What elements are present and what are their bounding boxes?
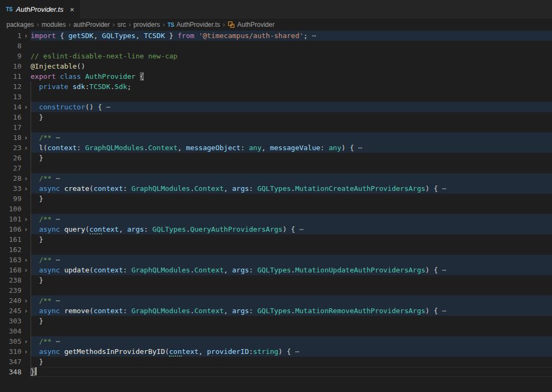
breadcrumb-item-src[interactable]: src (117, 21, 126, 28)
breadcrumb-item-modules[interactable]: modules (41, 21, 65, 28)
breadcrumb-item-authprovider[interactable]: AuthProvider (227, 21, 274, 28)
code-token: } (31, 358, 43, 366)
fold-chevron-icon[interactable]: › (21, 224, 31, 234)
code-token (31, 83, 39, 91)
code-line: 310› async getMethodsInProviderByID(cont… (0, 346, 552, 357)
fold-spacer (21, 71, 31, 82)
fold-chevron-icon[interactable]: › (21, 295, 31, 306)
code-line: 303 } (0, 316, 552, 326)
code-line-content[interactable]: } (31, 367, 552, 377)
code-line-content[interactable]: /** ⋯ (31, 132, 552, 143)
code-line-content[interactable]: l(context: GraphQLModules.Context, messa… (31, 143, 552, 153)
breadcrumb-item-providers[interactable]: providers (134, 21, 160, 28)
code-line-content[interactable]: export class AuthProvider { (31, 71, 552, 82)
line-number: 11 (0, 71, 21, 82)
code-token: ⋯ (438, 307, 446, 315)
fold-chevron-icon[interactable]: › (21, 31, 31, 41)
code-line: 27 (0, 163, 552, 173)
code-line-content[interactable] (31, 326, 552, 336)
tab-authprovider[interactable]: TS AuthProvider.ts × (0, 0, 80, 19)
breadcrumb-item-authprovider.ts[interactable]: TSAuthProvider.ts (167, 21, 220, 28)
code-token: : (123, 307, 131, 315)
fold-spacer (21, 61, 31, 71)
breadcrumb-separator-icon: › (36, 21, 39, 28)
code-token: } (31, 317, 43, 325)
code-line-content[interactable]: async getMethodsInProviderByID(context, … (31, 346, 552, 357)
fold-chevron-icon[interactable]: › (21, 346, 31, 357)
code-line: 100 (0, 204, 552, 214)
code-line-content[interactable]: /** ⋯ (31, 214, 552, 224)
indent-guide (31, 204, 31, 214)
code-line: 239 (0, 285, 552, 295)
code-line-content[interactable] (31, 285, 552, 295)
code-line-content[interactable]: /** ⋯ (31, 295, 552, 306)
code-line-content[interactable] (31, 163, 552, 173)
code-line: 28› /** ⋯ (0, 173, 552, 183)
code-line-content[interactable]: async update(context: GraphQLModules.Con… (31, 265, 552, 275)
code-line-content[interactable]: constructor() { ⋯ (31, 102, 552, 112)
code-token: . (111, 83, 115, 91)
code-token: async (39, 307, 60, 315)
code-line-content[interactable] (31, 41, 552, 51)
code-line-content[interactable]: } (31, 234, 552, 245)
fold-chevron-icon[interactable]: › (21, 214, 31, 224)
fold-chevron-icon[interactable]: › (21, 102, 31, 112)
fold-spacer (21, 357, 31, 367)
line-number: 101 (0, 214, 21, 224)
fold-spacer (21, 316, 31, 326)
fold-chevron-icon[interactable]: › (21, 183, 31, 194)
code-line-content[interactable]: async query(context, args: GQLTypes.Quer… (31, 224, 552, 234)
code-line-content[interactable]: } (31, 357, 552, 367)
code-line-content[interactable]: private sdk:TCSDK.Sdk; (31, 82, 552, 92)
code-line-content[interactable]: /** ⋯ (31, 173, 552, 183)
fold-chevron-icon[interactable]: › (21, 132, 31, 143)
code-token: ( (85, 225, 90, 233)
code-token: ⋯ (438, 266, 446, 274)
code-line-content[interactable]: @Injectable() (31, 61, 552, 71)
fold-chevron-icon[interactable]: › (21, 306, 31, 316)
fold-spacer (21, 194, 31, 204)
code-line-content[interactable]: // eslint-disable-next-line new-cap (31, 51, 552, 61)
fold-spacer (21, 285, 31, 295)
code-token: } (31, 113, 43, 121)
code-line-content[interactable]: import { getSDK, GQLTypes, TCSDK } from … (31, 31, 552, 41)
code-editor: 1›import { getSDK, GQLTypes, TCSDK } fro… (0, 31, 552, 377)
code-line-content[interactable]: } (31, 316, 552, 326)
fold-chevron-icon[interactable]: › (21, 143, 31, 153)
code-line: 12 private sdk:TCSDK.Sdk; (0, 82, 552, 92)
breadcrumb-item-packages[interactable]: packages (6, 21, 34, 28)
breadcrumb-item-authprovider[interactable]: authProvider (73, 21, 110, 28)
code-token: . (291, 307, 295, 315)
code-line-content[interactable] (31, 92, 552, 102)
indent-guide (31, 326, 31, 336)
code-line-content[interactable]: } (31, 194, 552, 204)
indent-guide (31, 102, 31, 112)
gutter: 10 (0, 61, 31, 71)
gutter: 17 (0, 122, 31, 132)
indent-guide (31, 224, 31, 234)
code-line-content[interactable] (31, 245, 552, 255)
code-token: /** (31, 256, 51, 264)
code-line-content[interactable]: async create(context: GraphQLModules.Con… (31, 183, 552, 194)
code-token (60, 266, 64, 274)
fold-chevron-icon[interactable]: › (21, 255, 31, 265)
code-token: , (93, 32, 102, 40)
code-line-content[interactable]: } (31, 112, 552, 122)
code-token: GraphQLModules (131, 307, 190, 315)
code-line-content[interactable]: } (31, 275, 552, 285)
fold-chevron-icon[interactable]: › (21, 265, 31, 275)
code-line-content[interactable] (31, 204, 552, 214)
code-token: args (232, 184, 249, 193)
code-line-content[interactable]: /** ⋯ (31, 255, 552, 265)
tab-close-icon[interactable]: × (70, 6, 74, 13)
breadcrumb-label: AuthProvider (237, 21, 274, 28)
code-line-content[interactable] (31, 122, 552, 132)
code-line-content[interactable]: async remove(context: GraphQLModules.Con… (31, 306, 552, 316)
fold-chevron-icon[interactable]: › (21, 336, 31, 346)
code-token: // eslint-disable-next-line new-cap (31, 52, 178, 60)
code-token: , (224, 307, 232, 315)
code-line-content[interactable]: } (31, 153, 552, 163)
line-number: 303 (0, 316, 21, 326)
fold-chevron-icon[interactable]: › (21, 173, 31, 183)
code-line-content[interactable]: /** ⋯ (31, 336, 552, 346)
